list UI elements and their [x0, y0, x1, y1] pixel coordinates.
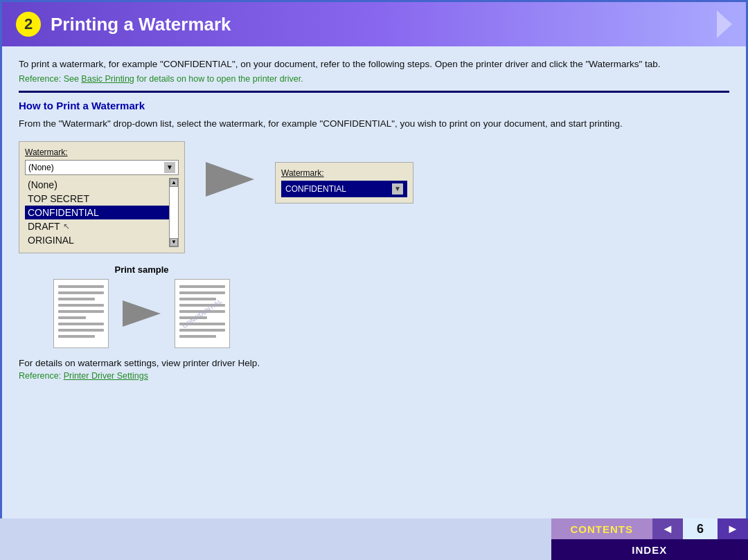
result-widget-container: Watermark: CONFIDENTIAL ▼: [275, 162, 413, 204]
prev-page-button[interactable]: ◄: [652, 518, 683, 539]
basic-printing-link[interactable]: Basic Printing: [81, 74, 134, 84]
page-header: 2 Printing a Watermark: [2, 2, 746, 46]
index-button[interactable]: INDEX: [551, 539, 749, 560]
reference-suffix: for details on how to open the printer d…: [134, 74, 303, 84]
contents-button[interactable]: CONTENTS: [551, 518, 653, 539]
doc-line: [179, 298, 216, 300]
footer-nav-block: CONTENTS ◄ 6 ► INDEX: [551, 518, 749, 560]
dropdown-select[interactable]: (None) ▼: [25, 160, 179, 175]
bottom-reference-label: Reference:: [19, 371, 61, 381]
list-item-top-secret[interactable]: TOP SECRET: [25, 192, 169, 206]
footer: CONTENTS ◄ 6 ► INDEX: [0, 518, 748, 560]
scrollbar-track: [170, 187, 178, 238]
header-next-arrow[interactable]: [717, 10, 732, 38]
chapter-number: 2: [16, 12, 41, 37]
print-sample-arrow: [123, 300, 161, 327]
doc-line: [58, 291, 104, 294]
bottom-text: For details on watermark settings, view …: [19, 358, 729, 368]
print-sample-section: Print sample CONFID: [53, 264, 729, 348]
bottom-reference: Reference: Printer Driver Settings: [19, 371, 729, 381]
result-dropdown-label: Watermark:: [281, 168, 407, 178]
doc-preview-plain: [53, 279, 109, 348]
intro-reference: Reference: See Basic Printing for detail…: [19, 74, 729, 84]
scrollbar[interactable]: ▲ ▼: [169, 178, 179, 247]
result-selected-value: CONFIDENTIAL: [285, 184, 346, 194]
doc-preview-watermark: CONFIDENTIAL: [175, 279, 230, 348]
printer-driver-settings-link[interactable]: Printer Driver Settings: [64, 371, 148, 381]
doc-line: [58, 329, 104, 332]
section-divider: [19, 91, 729, 93]
reference-see: See: [64, 74, 82, 84]
doc-line: [179, 335, 216, 338]
step-arrow-1: [206, 162, 254, 197]
footer-top-row: CONTENTS ◄ 6 ►: [551, 518, 749, 539]
doc-line: [58, 335, 95, 338]
scrollbar-up[interactable]: ▲: [170, 179, 178, 187]
list-item-draft[interactable]: DRAFT ↖: [25, 219, 169, 233]
dropdown-list: (None) TOP SECRET CONFIDENTIAL DRAFT ↖ O…: [25, 178, 169, 247]
section-body: From the "Watermark" drop-down list, sel…: [19, 117, 729, 131]
doc-line: [58, 304, 104, 307]
section-heading: How to Print a Watermark: [19, 100, 729, 111]
doc-line: [179, 291, 225, 294]
print-sample-label: Print sample: [114, 264, 168, 275]
doc-line: [58, 298, 95, 300]
main-content: To print a watermark, for example "CONFI…: [2, 46, 746, 522]
intro-text: To print a watermark, for example "CONFI…: [19, 57, 729, 71]
dropdown-widget: Watermark: (None) ▼ (None) TOP SECRET CO…: [19, 141, 185, 253]
next-page-button[interactable]: ►: [718, 518, 748, 539]
doc-line: [58, 285, 104, 288]
list-item-confidential[interactable]: CONFIDENTIAL: [25, 206, 169, 219]
reference-label: Reference:: [19, 74, 61, 84]
dropdown-label: Watermark:: [25, 147, 179, 157]
doc-line: [58, 323, 104, 325]
dropdown-current-value: (None): [28, 163, 164, 172]
result-select[interactable]: CONFIDENTIAL ▼: [281, 181, 407, 197]
result-dropdown-widget: Watermark: CONFIDENTIAL ▼: [275, 162, 413, 204]
doc-line: [58, 310, 104, 313]
dropdown-list-container: (None) TOP SECRET CONFIDENTIAL DRAFT ↖ O…: [25, 178, 179, 247]
watermark-dropdown-widget: Watermark: (None) ▼ (None) TOP SECRET CO…: [19, 141, 185, 253]
footer-bottom-row: INDEX: [551, 539, 749, 560]
page-title: Printing a Watermark: [51, 14, 231, 35]
big-arrow-icon: [206, 162, 254, 197]
dropdown-arrow-icon[interactable]: ▼: [164, 162, 175, 173]
doc-line: [179, 285, 225, 288]
list-item-original[interactable]: ORIGINAL: [25, 233, 169, 247]
list-item-none[interactable]: (None): [25, 178, 169, 192]
demo-area: Watermark: (None) ▼ (None) TOP SECRET CO…: [19, 141, 729, 253]
doc-line: [58, 316, 86, 319]
print-sample-comparison: CONFIDENTIAL: [53, 279, 230, 348]
print-sample-left: Print sample CONFID: [53, 264, 230, 348]
result-dropdown-arrow[interactable]: ▼: [392, 183, 403, 195]
scrollbar-down[interactable]: ▼: [170, 238, 178, 246]
page-number: 6: [683, 518, 718, 539]
